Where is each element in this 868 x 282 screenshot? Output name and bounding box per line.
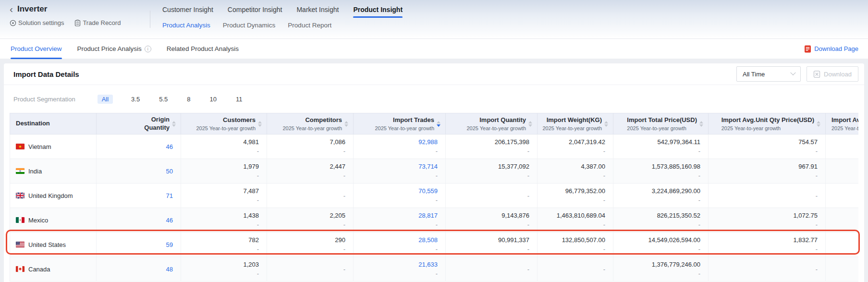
cell-value[interactable]: 70,559 bbox=[418, 187, 438, 195]
cell-value[interactable]: 92,988 bbox=[418, 138, 438, 146]
country-name: Mexico bbox=[28, 217, 48, 224]
column-header-destination: Destination bbox=[10, 113, 97, 134]
empty-value: - bbox=[816, 266, 818, 273]
cell-value: 1,203 bbox=[243, 261, 259, 268]
cell-destination[interactable]: United States bbox=[10, 233, 97, 257]
cell-value[interactable]: 73,714 bbox=[418, 163, 438, 170]
header-tools: Solution settingsTrade Record bbox=[10, 19, 150, 26]
segment-option-11[interactable]: 11 bbox=[235, 95, 244, 104]
cell-value[interactable]: 21,633 bbox=[418, 261, 438, 268]
tab-competitor-insight[interactable]: Competitor Insight bbox=[228, 6, 282, 18]
cell-value[interactable]: 46 bbox=[166, 143, 173, 150]
sort-carets-icon[interactable] bbox=[699, 121, 703, 127]
column-header-import_avg_clipped: Import Avg2025 Year-to-year growth bbox=[826, 113, 858, 134]
cell-value[interactable]: 50 bbox=[166, 168, 173, 175]
cell-destination[interactable]: India bbox=[10, 159, 97, 183]
cell-growth: - bbox=[603, 196, 605, 204]
cell-growth: - bbox=[257, 172, 259, 179]
back-chevron-icon[interactable]: ‹ bbox=[10, 4, 13, 14]
cell-value: 96,779,352.00 bbox=[565, 187, 605, 195]
column-header-customers[interactable]: Customers2025 Year-to-year growth bbox=[181, 113, 267, 134]
cell-destination[interactable]: Mexico bbox=[10, 208, 97, 232]
time-filter-select[interactable]: All Time bbox=[736, 66, 801, 82]
subtab-product-analysis[interactable]: Product Analysis bbox=[162, 22, 210, 29]
cell-customers: 7,487- bbox=[181, 184, 267, 208]
time-filter-value: All Time bbox=[743, 71, 765, 78]
cell-import_quantity: 206,175,398- bbox=[446, 135, 538, 159]
column-header-import_trades[interactable]: Import Trades2025 Year-to-year growth bbox=[354, 113, 446, 134]
cell-value[interactable]: 28,817 bbox=[418, 212, 438, 219]
cell-value: 1,376,779,246.00 bbox=[652, 261, 700, 268]
cell-value: 14,549,026,594.00 bbox=[648, 236, 700, 244]
download-page-link[interactable]: Download Page bbox=[804, 45, 858, 53]
secondary-nav: Product OverviewProduct Price AnalysisRe… bbox=[0, 38, 868, 59]
header-label-block: Import Avg2025 Year-to-year growth bbox=[831, 116, 858, 131]
sort-desc-icon bbox=[437, 124, 440, 127]
cell-value[interactable]: 28,508 bbox=[418, 236, 438, 244]
empty-value: - bbox=[527, 266, 529, 273]
subtab-product-report[interactable]: Product Report bbox=[288, 22, 331, 29]
country-name: United States bbox=[28, 241, 66, 248]
sort-carets-icon[interactable] bbox=[528, 121, 532, 127]
cell-growth: - bbox=[816, 172, 818, 179]
sort-carets-icon[interactable] bbox=[604, 121, 608, 127]
cell-growth: - bbox=[603, 245, 605, 253]
country-name: Canada bbox=[28, 266, 50, 273]
column-header-origin_quantity[interactable]: Origin Quantity bbox=[97, 113, 181, 134]
cell-destination[interactable]: Canada bbox=[10, 257, 97, 281]
tool-trade-record[interactable]: Trade Record bbox=[74, 19, 121, 26]
info-icon[interactable] bbox=[145, 46, 151, 52]
cell-customers: 1,203- bbox=[181, 257, 267, 281]
segment-option-10[interactable]: 10 bbox=[208, 95, 217, 104]
sort-carets-icon[interactable] bbox=[817, 121, 820, 127]
tab-customer-insight[interactable]: Customer Insight bbox=[162, 6, 213, 18]
cell-value: 4,387.00 bbox=[581, 163, 605, 170]
column-sublabel: 2025 Year-to-year growth bbox=[282, 125, 342, 131]
sort-carets-icon[interactable] bbox=[258, 121, 262, 127]
cell-value[interactable]: 71 bbox=[166, 192, 173, 199]
column-header-import_avg_unit_qty_price[interactable]: Import Avg.Unit Qty Price(USD)2025 Year-… bbox=[709, 113, 826, 134]
nav-item-product-price-analysis[interactable]: Product Price Analysis bbox=[77, 39, 151, 59]
cell-import_trades: 92,988- bbox=[354, 135, 446, 159]
cell-growth: - bbox=[343, 172, 345, 179]
column-header-competitors[interactable]: Competitors2025 Year-to-year growth bbox=[267, 113, 354, 134]
segment-option-8[interactable]: 8 bbox=[186, 95, 191, 104]
segment-option-all[interactable]: All bbox=[98, 95, 113, 104]
sort-carets-icon[interactable] bbox=[437, 121, 440, 127]
nav-item-related-product-analysis[interactable]: Related Product Analysis bbox=[167, 39, 239, 59]
column-header-import_weight[interactable]: Import Weight(KG)2025 Year-to-year growt… bbox=[538, 113, 613, 134]
nav-item-product-overview[interactable]: Product Overview bbox=[11, 39, 62, 59]
sort-carets-icon[interactable] bbox=[172, 121, 176, 127]
cell-value[interactable]: 46 bbox=[166, 217, 173, 224]
nav-item-label: Product Overview bbox=[11, 45, 62, 52]
cell-value: 2,047,319.42 bbox=[569, 138, 605, 146]
tool-solution-settings[interactable]: Solution settings bbox=[10, 19, 64, 26]
segment-option-3-5[interactable]: 3.5 bbox=[130, 95, 141, 104]
column-header-import_total_price[interactable]: Import Total Price(USD)2025 Year-to-year… bbox=[613, 113, 709, 134]
cell-destination[interactable]: United Kingdom bbox=[10, 184, 97, 208]
sort-carets-icon[interactable] bbox=[344, 121, 348, 127]
cell-growth: - bbox=[343, 221, 345, 228]
header-label-block: Import Trades2025 Year-to-year growth bbox=[375, 116, 434, 131]
header-label-block: Import Avg.Unit Qty Price(USD)2025 Year-… bbox=[721, 116, 814, 131]
tool-label: Trade Record bbox=[83, 19, 121, 26]
column-sublabel: 2025 Year-to-year growth bbox=[196, 125, 256, 131]
cell-growth: - bbox=[816, 245, 818, 253]
cell-growth: - bbox=[436, 270, 438, 277]
cell-destination[interactable]: Vietnam bbox=[10, 135, 97, 159]
segment-option-5-5[interactable]: 5.5 bbox=[158, 95, 169, 104]
cell-value: 132,850,507.00 bbox=[562, 236, 605, 244]
cell-value[interactable]: 48 bbox=[166, 266, 173, 273]
tab-market-insight[interactable]: Market Insight bbox=[296, 6, 339, 18]
download-button[interactable]: Download bbox=[807, 66, 858, 82]
cell-growth: - bbox=[257, 196, 259, 204]
cell-import_avg_clipped bbox=[826, 159, 858, 183]
solution-header: ‹ Inverter Solution settingsTrade Record bbox=[0, 0, 150, 38]
cell-value: 1,463,810,689.04 bbox=[557, 212, 605, 219]
subtab-product-dynamics[interactable]: Product Dynamics bbox=[223, 22, 276, 29]
main-tabs: Customer InsightCompetitor InsightMarket… bbox=[162, 6, 403, 18]
column-header-import_quantity[interactable]: Import Quantity2025 Year-to-year growth bbox=[446, 113, 538, 134]
cell-value[interactable]: 59 bbox=[166, 241, 173, 248]
tab-product-insight[interactable]: Product Insight bbox=[353, 6, 403, 18]
cell-import_trades: 21,633- bbox=[354, 257, 446, 281]
